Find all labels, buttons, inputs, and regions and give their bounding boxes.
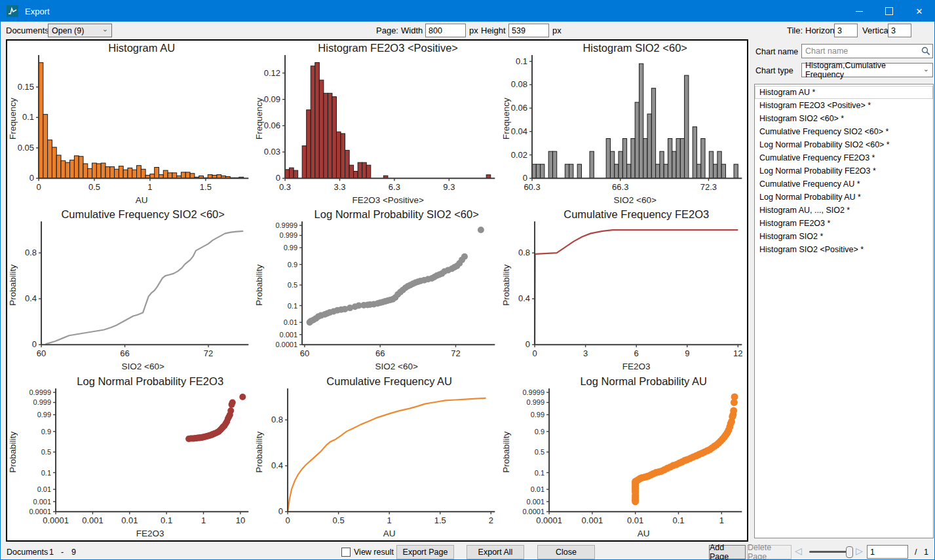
chart-list-item[interactable]: Cumulative Frequency FE2O3 * (755, 151, 933, 164)
svg-text:2: 2 (489, 515, 493, 525)
chart-list-item[interactable]: Log Normal Probability SIO2 <60> * (755, 138, 933, 151)
page-width-input[interactable] (425, 24, 466, 37)
maximize-icon (885, 7, 893, 15)
delete-page-button[interactable]: Delete Page (747, 545, 792, 559)
svg-text:0.8: 0.8 (25, 248, 37, 257)
svg-text:0.8: 0.8 (518, 248, 530, 257)
svg-text:1.5: 1.5 (200, 182, 212, 192)
svg-text:0.99: 0.99 (37, 411, 51, 419)
view-result-checkbox[interactable] (341, 548, 351, 557)
documents-label: Documents (6, 26, 49, 35)
page-total: 1 (924, 548, 928, 557)
svg-text:1: 1 (387, 515, 392, 525)
svg-text:0.4: 0.4 (25, 294, 37, 304)
export-page-button[interactable]: Export Page (396, 545, 454, 559)
svg-text:3.3: 3.3 (334, 182, 346, 192)
chart-type-dropdown[interactable]: Histogram,Cumulative Frequency ⌄ (801, 63, 933, 77)
chart-list-item[interactable]: Log Normal Probability FE2O3 * (755, 164, 933, 177)
chart-list-item[interactable]: Cumulative Frequency SIO2 <60> * (755, 125, 933, 138)
minimize-button[interactable] (844, 1, 874, 22)
page-height-input[interactable] (508, 24, 549, 37)
svg-text:6.3: 6.3 (389, 182, 400, 192)
tile-horizontal-input[interactable] (834, 24, 858, 37)
export-all-button[interactable]: Export All (467, 545, 524, 559)
documents-range-start: 1 (49, 548, 54, 557)
chart-list-item[interactable]: Histogram FE2O3 * (755, 217, 933, 230)
search-icon[interactable] (919, 47, 932, 56)
documents-range-separator: - (61, 548, 64, 557)
chart-type-dropdown-value: Histogram,Cumulative Frequency (805, 61, 923, 79)
chart-list-item[interactable]: Histogram AU * (755, 86, 933, 99)
documents-range-end: 9 (71, 548, 76, 557)
svg-text:0.9: 0.9 (534, 427, 544, 435)
svg-text:72: 72 (204, 349, 213, 359)
chart-cumulative-frequency-au: 00.511.5200.40.8Cumulative Frequency AUA… (254, 374, 500, 540)
documents-dropdown[interactable]: Open (9) ⌄ (48, 24, 112, 37)
svg-text:AU: AU (136, 195, 148, 205)
page-slider-thumb[interactable] (846, 546, 853, 558)
svg-text:0.01: 0.01 (37, 485, 51, 493)
svg-text:0.1: 0.1 (161, 515, 172, 525)
title-bar: Export ✕ (1, 1, 934, 22)
tile-vertical-input[interactable] (888, 24, 911, 37)
svg-text:Frequency: Frequency (254, 98, 264, 140)
page-label: Page: (376, 26, 398, 35)
svg-text:FE2O3: FE2O3 (622, 362, 650, 372)
svg-text:0: 0 (276, 173, 280, 183)
add-page-button[interactable]: Add Page (709, 545, 746, 559)
svg-text:0.0001: 0.0001 (536, 515, 562, 525)
svg-text:0.9999: 0.9999 (522, 388, 544, 396)
previous-page-icon[interactable]: ◁ (795, 546, 802, 555)
chart-list-item[interactable]: Cumulative Frequency AU * (755, 177, 933, 191)
chart-cumulative-frequency-fe2o3: 03691200.40.8Cumulative Frequency FE2O3F… (501, 207, 747, 373)
chart-list-item[interactable]: Histogram SIO2 * (755, 230, 933, 243)
svg-text:0.001: 0.001 (280, 331, 298, 339)
svg-text:0: 0 (522, 173, 527, 183)
width-label: Width (401, 26, 423, 35)
svg-text:0.4: 0.4 (271, 460, 283, 470)
maximize-button[interactable] (874, 1, 904, 22)
svg-text:0.4: 0.4 (518, 294, 530, 304)
svg-text:Probability: Probability (254, 265, 264, 306)
chart-histogram-sio2-60: 60.366.372.300.020.040.060.080.1Histogra… (501, 41, 747, 207)
chevron-down-icon: ⌄ (923, 65, 929, 73)
svg-text:Log Normal Probability SIO2 <: Log Normal Probability SIO2 <60> (315, 208, 479, 220)
svg-text:0.06: 0.06 (264, 121, 280, 130)
vertical-label: Vertical (862, 26, 890, 35)
svg-text:66: 66 (375, 349, 385, 359)
chart-list-item[interactable]: Histogram SIO2 <Positive> * (755, 243, 933, 256)
svg-text:Cumulative Frequency FE2O3: Cumulative Frequency FE2O3 (563, 208, 709, 220)
svg-text:Histogram SIO2 <60>: Histogram SIO2 <60> (582, 42, 687, 54)
chart-list-item[interactable]: Log Normal Probability AU * (755, 191, 933, 204)
close-dialog-button[interactable]: Close (537, 545, 595, 559)
svg-text:0.999: 0.999 (280, 232, 298, 240)
page-slider[interactable] (809, 546, 851, 557)
page-slider-track (809, 551, 851, 553)
chart-name-search-input[interactable] (802, 47, 919, 56)
svg-text:60.3: 60.3 (524, 182, 540, 192)
svg-text:66.3: 66.3 (612, 182, 628, 192)
svg-text:0.09: 0.09 (264, 94, 280, 104)
svg-text:0.08: 0.08 (510, 79, 527, 89)
next-page-icon[interactable]: ▷ (856, 546, 863, 555)
svg-text:SIO2 <60>: SIO2 <60> (375, 362, 418, 372)
chart-list-item[interactable]: Histogram FE2O3 <Positive> * (755, 99, 933, 112)
svg-text:0.01: 0.01 (627, 515, 643, 525)
svg-text:0.12: 0.12 (264, 68, 280, 78)
svg-text:0.01: 0.01 (530, 485, 544, 493)
svg-text:1: 1 (719, 515, 723, 525)
svg-text:Cumulative Frequency SIO2 <60: Cumulative Frequency SIO2 <60> (61, 208, 224, 220)
chart-list-item[interactable]: Histogram SIO2 <60> * (755, 112, 933, 125)
svg-text:0.0001: 0.0001 (276, 341, 298, 349)
chart-cumulative-frequency-sio2-60: 60667200.40.8Cumulative Frequency SIO2 <… (7, 207, 254, 373)
close-button[interactable]: ✕ (904, 1, 934, 22)
svg-text:0.001: 0.001 (33, 497, 52, 505)
chart-list-item[interactable]: Histogram AU, ..., SIO2 * (755, 204, 933, 217)
page-number-input[interactable] (867, 545, 908, 559)
width-unit-label: px (469, 26, 478, 35)
chart-log-normal-probability-fe2o3: 0.00010.0010.010.11100.00010.0010.010.10… (7, 374, 254, 540)
height-label: Height (481, 26, 506, 35)
svg-text:0.5: 0.5 (534, 448, 544, 456)
svg-text:Histogram FE2O3 <Positive>: Histogram FE2O3 <Positive> (318, 42, 459, 54)
chart-log-normal-probability-sio2-60: 6066720.00010.0010.010.10.50.90.990.9990… (254, 207, 500, 373)
